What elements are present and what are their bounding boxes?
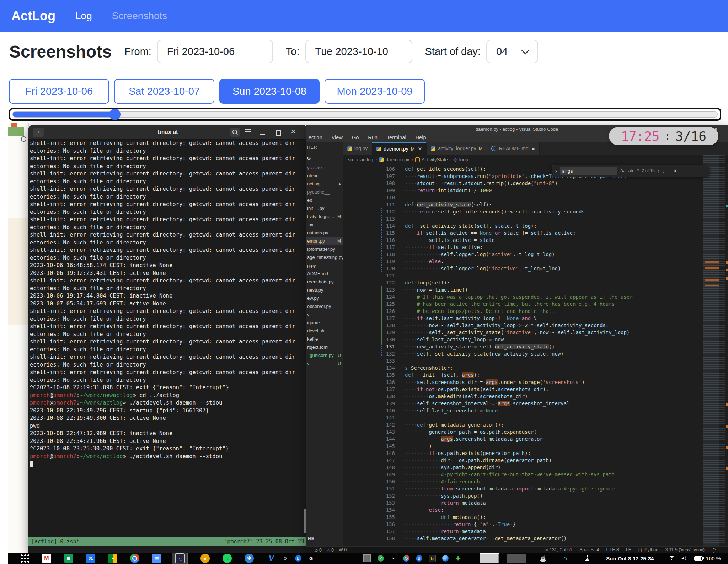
system-clock: Sun Oct 8 17:25:34: [606, 555, 654, 562]
terminal-line: shell-init: error retrieving current dir…: [30, 353, 304, 361]
terminal-line: pmorch@pmorch7:~/work/newactlog» cd ../a…: [30, 392, 304, 400]
terminal-line: 2023-10-07 05:34:17.693 CEST: active Non…: [30, 300, 304, 308]
status-item: Spaces: 4: [579, 547, 599, 552]
day-buttons: Fri 2023-10-06Sat 2023-10-07Sun 2023-10-…: [9, 79, 425, 104]
minimap-mark: [705, 267, 719, 269]
terminal-line: ectories: No such file or directory: [30, 285, 304, 293]
day-button[interactable]: Mon 2023-10-09: [325, 79, 425, 104]
explorer-file: nestr.py: [306, 286, 343, 294]
page-header: Screenshots From: Fri 2023-10-06 To: Tue…: [0, 33, 728, 70]
terminal-line: shell-init: error retrieving current dir…: [30, 338, 304, 346]
explorer-file: ebserver.py: [306, 302, 343, 310]
terminal-line: ectories: No such file or directory: [30, 163, 304, 170]
terminal-line: ^C2023-10-08 22:19:31.098 CEST: exit {"r…: [30, 384, 304, 392]
python-icon: [379, 157, 384, 162]
terminal-line: 2023-10-08 22:47:12.989 CEST: inactive N…: [30, 430, 304, 438]
status-item: Python: [638, 547, 658, 552]
status-problems: ⊘ 0△ 0W 0: [314, 547, 347, 553]
green-cross-icon: ✚: [455, 555, 461, 562]
explorer-file: ycache__: [306, 163, 343, 172]
explorer-file: vU: [306, 359, 343, 368]
time-slider[interactable]: [9, 108, 721, 121]
taskbar-apps: M31>_»≈✻V⟳ɃG: [8, 553, 314, 564]
menu-run: Run: [368, 135, 378, 140]
day-button[interactable]: Fri 2023-10-06: [9, 79, 109, 104]
code-line: 147············dir·=·os.path.dirname(gen…: [343, 457, 728, 464]
tab-log.py: log.py: [343, 142, 372, 155]
code-line: 111def·get_activity_state(self):: [343, 201, 728, 208]
window-icon: [363, 554, 371, 562]
terminal-line: ectories: No such file or directory: [30, 193, 304, 201]
status-item: Ln 131, Col 51: [544, 547, 572, 552]
tab-daemon.py: daemon.pyM✕: [372, 142, 427, 155]
breadcrumb-item: actlog: [360, 157, 373, 162]
code-line: 120············self.logger.log("inactive…: [343, 265, 728, 272]
ruler-mark: [726, 425, 728, 428]
tmux-window-title: tmux at: [28, 125, 307, 139]
explorer-file: pycache__: [306, 188, 343, 196]
breadcrumb-separator: ›: [450, 157, 452, 162]
to-label: To:: [286, 46, 300, 58]
code-line: 136····self.screenshots_dir·=·args.under…: [343, 379, 728, 386]
day-button[interactable]: Sat 2023-10-07: [114, 79, 214, 104]
explorer-file: init__.py: [306, 204, 343, 212]
vscode-window-title: daemon.py - actlog - Visual Studio Code: [476, 126, 558, 132]
pinwheel-icon: ✻: [245, 554, 254, 563]
nav-item-screenshots[interactable]: Screenshots: [112, 10, 167, 22]
terminal-line: ectories: No such file or directory: [30, 376, 304, 384]
timestamp-overlay: 17:25 : 3/16: [609, 127, 718, 145]
navbar: ActLog LogScreenshots: [0, 0, 728, 32]
ruler-mark: [726, 446, 728, 449]
to-date-input[interactable]: Tue 2023-10-10: [305, 40, 412, 63]
bluetooth-icon: Ƀ: [295, 555, 301, 562]
tmux-status-bar: [actlog] 0:zsh* "pmorch7" 23:25 08-Oct-2…: [28, 537, 307, 546]
ruler-mark: [726, 205, 728, 207]
code-line: 124····#·If·this·was·a·laptop·that·got·s…: [343, 293, 728, 300]
code-editor: 106def·get_idle_seconds(self):107····res…: [343, 166, 728, 542]
code-line: 121: [343, 272, 728, 279]
code-line: 140····self.last_screenshot·=·None: [343, 407, 728, 414]
from-label: From:: [124, 46, 151, 58]
tab-activity_logger.py: activity_logger.pyM: [427, 142, 487, 155]
explorer-file: v: [306, 310, 343, 319]
vscode-window: daemon.py - actlog - Visual Studio Code …: [306, 125, 728, 553]
files-icon: [152, 554, 161, 563]
code-line: 146········if·os.path.exists(generator_p…: [343, 450, 728, 457]
from-date-input[interactable]: Fri 2023-10-06: [157, 40, 273, 63]
nav-item-log[interactable]: Log: [75, 10, 92, 22]
code-line: 130····self.last_activity_loop·=·now: [343, 336, 728, 343]
explorer-file: roject.toml: [306, 343, 343, 351]
maximize-icon: [276, 130, 281, 136]
terminal-line: ectories: No such file or directory: [30, 224, 304, 232]
screenshot-image[interactable]: C + tmux at ✕ shell-init: error retrievi…: [8, 123, 728, 564]
code-line: 129········self._set_activity_state('ina…: [343, 329, 728, 336]
slider-track[interactable]: [12, 111, 718, 118]
code-line: 114def·_set_activity_state(self,·state,·…: [343, 222, 728, 229]
terminal-line: ectories: No such file or directory: [30, 315, 304, 323]
terminal-line: 2023-10-06 19:12:23.431 CEST: active Non…: [30, 270, 304, 277]
status-item: 3.11.5 ('venv': venv): [665, 547, 705, 552]
terminal-line: shell-init: error retrieving current dir…: [30, 231, 304, 239]
volume-icon: [681, 556, 688, 561]
terminal-line: ectories: No such file or directory: [30, 208, 304, 216]
regex-toggle: .*: [636, 168, 639, 173]
nav-links: LogScreenshots: [55, 10, 167, 22]
breadcrumb-item: ◇loop: [454, 157, 469, 162]
app-brand[interactable]: ActLog: [11, 9, 55, 23]
terminal-line: pmorch@pmorch7:~/work/actlog» ./actdevel…: [30, 453, 304, 461]
background-window-strip: C: [8, 123, 29, 553]
terminal-line: shell-init: error retrieving current dir…: [30, 308, 304, 315]
start-of-day-select[interactable]: 04: [486, 40, 538, 63]
b-app-icon: b: [429, 555, 436, 562]
overlay-time: 17:25: [621, 129, 659, 143]
code-line: 158····self.metadata_generator·=·get_met…: [343, 535, 728, 542]
background-window-letter: C: [21, 135, 26, 144]
explorer-file: reenshots.py: [306, 278, 343, 286]
slider-thumb[interactable]: [109, 109, 121, 120]
code-line: 150············#·fair·enough.: [343, 478, 728, 485]
minimap-mark: [705, 285, 719, 286]
google-g-icon: G: [308, 555, 314, 562]
day-button[interactable]: Sun 2023-10-08: [219, 79, 320, 104]
explorer-header: RER: [307, 145, 317, 150]
explorer-file: actlog●: [306, 180, 343, 188]
